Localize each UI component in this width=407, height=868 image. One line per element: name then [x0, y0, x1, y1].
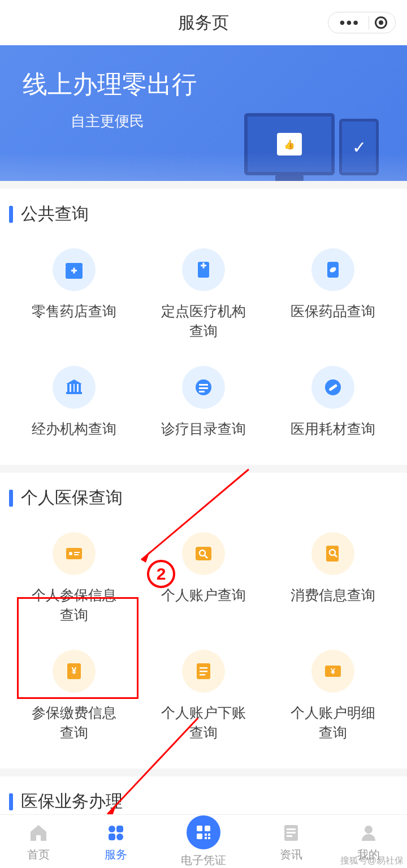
section-title: 个人医保查询	[21, 486, 123, 509]
item-medicine-query[interactable]: 医保药品查询	[269, 239, 398, 350]
svg-rect-36	[200, 674, 205, 676]
item-consumption-query[interactable]: 消费信息查询	[269, 523, 398, 634]
svg-rect-47	[116, 826, 123, 832]
card-icon	[53, 532, 96, 575]
svg-rect-60	[287, 835, 292, 837]
section-accent	[9, 793, 13, 810]
svg-rect-24	[74, 554, 79, 555]
svg-text:¥: ¥	[331, 667, 335, 676]
svg-rect-51	[205, 826, 210, 831]
item-hospital-query[interactable]: 定点医疗机构查询	[138, 239, 268, 350]
detail-icon: ¥	[311, 650, 354, 693]
svg-rect-50	[197, 826, 202, 831]
svg-rect-1	[66, 263, 83, 267]
section-accent	[9, 490, 13, 507]
section-title: 公共查询	[21, 202, 89, 226]
item-label: 个人账户下账查询	[158, 703, 249, 742]
section-public-query: 公共查询 零售药店查询 定点医疗机构查询 医保药品查询 经办机构查询 诊疗目录查…	[0, 189, 407, 465]
item-account-detail[interactable]: ¥ 个人账户明细查询	[269, 641, 398, 752]
svg-rect-17	[199, 387, 208, 389]
item-label: 个人账户查询	[161, 585, 246, 605]
svg-rect-58	[287, 828, 296, 830]
banner-title: 线上办理零出行	[23, 68, 197, 101]
supplies-icon	[311, 366, 354, 409]
item-supplies-query[interactable]: 医用耗材查询	[269, 357, 398, 448]
app-header: 服务页 •••	[0, 0, 407, 45]
svg-rect-10	[67, 384, 70, 392]
tab-services[interactable]: 服务	[104, 821, 128, 862]
pharmacy-icon	[53, 248, 96, 291]
news-icon	[279, 821, 303, 845]
svg-rect-3	[73, 268, 75, 274]
payment-icon: ¥	[53, 650, 96, 693]
item-label: 个人账户明细查询	[288, 703, 378, 742]
tab-news[interactable]: 资讯	[279, 821, 303, 862]
banner: 线上办理零出行 自主更便民 👍 ✓	[0, 45, 407, 181]
svg-rect-14	[66, 392, 82, 394]
svg-rect-11	[71, 384, 73, 392]
medicine-icon	[311, 248, 354, 291]
tab-home[interactable]: 首页	[27, 821, 50, 862]
svg-rect-28	[326, 546, 339, 562]
svg-rect-56	[208, 837, 210, 839]
docsearch-icon	[311, 532, 354, 575]
item-account-query[interactable]: 个人账户查询	[138, 523, 268, 634]
svg-rect-18	[199, 391, 205, 392]
section-title: 医保业务办理	[21, 790, 123, 813]
svg-rect-48	[109, 834, 115, 840]
section-personal-query: 个人医保查询 个人参保信息查询 个人账户查询 消费信息查询 ¥ 参保缴费信息查询…	[0, 473, 407, 768]
qr-icon	[187, 815, 220, 849]
svg-marker-9	[66, 379, 82, 384]
divider	[369, 16, 369, 29]
item-label: 消费信息查询	[291, 585, 375, 605]
item-label: 零售药店查询	[32, 301, 116, 321]
svg-text:¥: ¥	[71, 666, 76, 676]
watermark: 搜狐号@易社保	[340, 855, 404, 867]
svg-rect-54	[208, 834, 210, 836]
svg-rect-52	[197, 834, 202, 839]
search-icon	[182, 532, 225, 575]
svg-rect-21	[66, 548, 82, 559]
svg-rect-34	[200, 667, 207, 669]
item-catalog-query[interactable]: 诊疗目录查询	[138, 357, 268, 448]
svg-rect-12	[75, 384, 77, 392]
item-label: 经办机构查询	[32, 419, 116, 439]
tab-label: 资讯	[280, 847, 302, 862]
institution-icon	[53, 366, 96, 409]
catalog-icon	[182, 366, 225, 409]
svg-rect-53	[205, 834, 207, 836]
page-title: 服务页	[178, 11, 229, 34]
services-icon	[104, 821, 128, 845]
svg-point-61	[365, 826, 373, 834]
svg-rect-13	[79, 384, 81, 392]
svg-rect-23	[74, 552, 80, 553]
item-institution-query[interactable]: 经办机构查询	[9, 357, 138, 448]
svg-rect-16	[199, 384, 208, 386]
tab-certificate[interactable]: 电子凭证	[181, 815, 226, 868]
item-account-down[interactable]: 个人账户下账查询	[138, 641, 268, 752]
section-accent	[9, 206, 13, 223]
svg-point-22	[69, 552, 72, 555]
svg-rect-25	[196, 547, 211, 560]
svg-rect-55	[205, 837, 207, 839]
item-payment-info[interactable]: ¥ 参保缴费信息查询	[9, 641, 138, 752]
more-icon[interactable]: •••	[336, 20, 363, 25]
tab-label: 首页	[27, 847, 50, 862]
svg-rect-35	[200, 671, 207, 672]
item-label: 医保药品查询	[291, 301, 375, 321]
tab-label: 电子凭证	[181, 853, 226, 868]
item-label: 个人参保信息查询	[29, 585, 119, 625]
item-pharmacy-query[interactable]: 零售药店查询	[9, 239, 138, 350]
svg-point-46	[109, 826, 115, 832]
list-icon	[182, 650, 225, 693]
tab-label: 服务	[105, 847, 127, 862]
svg-rect-59	[287, 832, 296, 834]
miniprogram-controls[interactable]: •••	[328, 12, 396, 33]
item-label: 参保缴费信息查询	[29, 703, 119, 742]
close-icon[interactable]	[375, 16, 387, 29]
svg-rect-6	[202, 263, 204, 269]
item-insurance-info[interactable]: 个人参保信息查询	[9, 523, 138, 634]
svg-point-49	[116, 834, 123, 840]
item-label: 诊疗目录查询	[161, 419, 246, 439]
profile-icon	[357, 821, 380, 845]
